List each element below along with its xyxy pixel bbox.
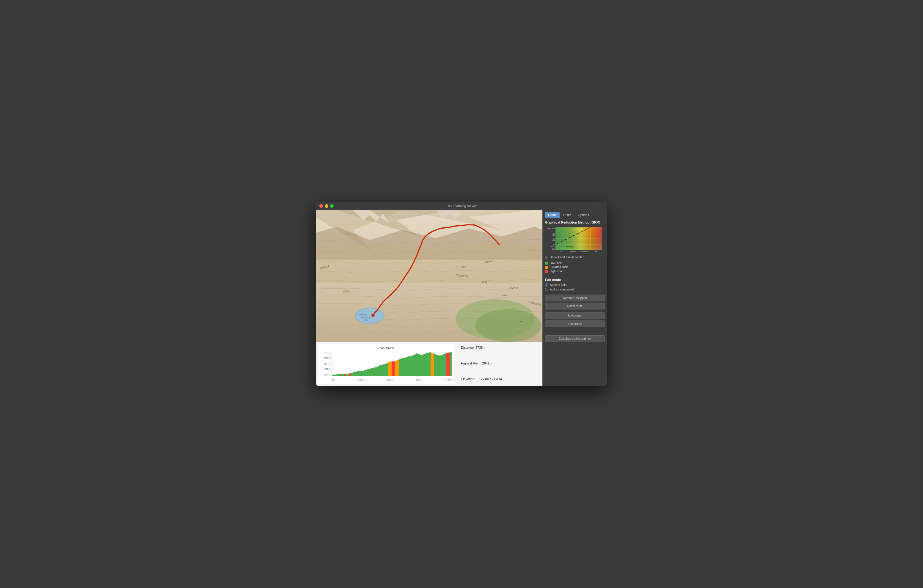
- svg-point-9: [475, 309, 541, 342]
- y-label: 2641.0: [320, 351, 331, 354]
- svg-point-12: [371, 313, 374, 317]
- btn-spacer-2: [545, 328, 605, 330]
- svg-text:High: High: [595, 251, 598, 252]
- y-label: 2379.0: [320, 357, 331, 360]
- save-route-button[interactable]: Save route: [545, 312, 605, 319]
- divider-2: [545, 332, 605, 332]
- svg-text:1780: 1780: [482, 281, 487, 283]
- svg-text:1812: 1812: [512, 307, 517, 310]
- radio-edit-label: Edit exisiting point: [550, 288, 574, 291]
- chart-title: Route Profile: [320, 347, 452, 350]
- edit-mode-section: Edit mode Append point Edit exisiting po…: [545, 278, 605, 291]
- show-grm-row[interactable]: Show GRM risk at pointer: [545, 256, 605, 259]
- grm-chart: Extrem. steep 40° Very steep 35° Steep 3…: [545, 226, 605, 256]
- calculate-button[interactable]: Calculate profile and risk: [545, 335, 605, 342]
- svg-rect-28: [556, 227, 602, 250]
- x-label: 0.0: [332, 379, 335, 381]
- stat-elevation: Elevation: + 1224m / - 176m: [461, 377, 538, 381]
- legend-low: Low Risk: [545, 261, 605, 264]
- radio-append-circle[interactable]: [545, 283, 549, 287]
- chart-inner: 2641.02379.02117.01855.01593.0 0.01684.5…: [320, 351, 452, 381]
- svg-text:Gärtschni: Gärtschni: [360, 316, 370, 319]
- svg-text:Low: Low: [560, 251, 563, 252]
- stats-area: Distance: 6738m Highest Point: 2641m Ele…: [456, 342, 542, 386]
- remove-last-button[interactable]: Remove last point: [545, 295, 605, 301]
- reset-route-button[interactable]: Reset route: [545, 302, 605, 309]
- topo-layer: Schöpf Chlit... Polscher Grüab. Fischel.…: [316, 210, 542, 342]
- radio-edit-circle[interactable]: [545, 288, 549, 291]
- radio-append-label: Append point: [550, 283, 567, 287]
- svg-text:Steep: Steep: [552, 240, 555, 241]
- minimize-button[interactable]: [325, 204, 328, 208]
- main-window: Trek Planning Viewer: [316, 202, 607, 386]
- legend-high: High Risk: [545, 269, 605, 273]
- radio-append[interactable]: Append point: [545, 283, 605, 287]
- elevated-risk-color: [545, 266, 548, 269]
- svg-text:1899: 1899: [364, 319, 368, 321]
- svg-text:Considerable: Considerable: [580, 251, 588, 252]
- svg-text:steep: steep: [552, 248, 555, 250]
- map-area[interactable]: Schöpf Chlit... Polscher Grüab. Fischel.…: [316, 210, 542, 342]
- x-label: 1684.5: [357, 379, 364, 381]
- tab-risks[interactable]: Risks: [560, 212, 574, 218]
- x-label: 3368.9: [387, 379, 393, 381]
- legend-elevated: Elevated Risk: [545, 266, 605, 269]
- main-content: Schöpf Chlit... Polscher Grüab. Fischel.…: [316, 210, 607, 386]
- chart-area: Route Profile 2641.02379.02117.01855.015…: [318, 344, 454, 384]
- grm-section: Graphical Reduction Method (GRM): [545, 220, 605, 273]
- stat-distance: Distance: 6738m: [461, 346, 538, 349]
- close-button[interactable]: [319, 204, 323, 208]
- show-grm-checkbox[interactable]: [545, 256, 549, 259]
- chart-y-labels: 2641.02379.02117.01855.01593.0: [320, 351, 331, 376]
- svg-text:1389: 1389: [518, 320, 523, 323]
- svg-text:avalanche terrain!: avalanche terrain!: [566, 247, 574, 248]
- y-label: 1593.0: [320, 373, 331, 376]
- svg-text:steep: steep: [552, 235, 555, 237]
- svg-text:Fischel...: Fischel...: [508, 287, 520, 290]
- tab-route[interactable]: Route: [545, 212, 560, 218]
- load-route-button[interactable]: Load route: [545, 320, 605, 327]
- svg-text:1909: 1909: [460, 266, 465, 268]
- title-bar: Trek Planning Viewer: [316, 202, 607, 210]
- low-risk-color: [545, 261, 548, 264]
- radio-edit[interactable]: Edit exisiting point: [545, 288, 605, 291]
- svg-text:Extrem. steep: Extrem. steep: [547, 228, 555, 229]
- bottom-panel: Route Profile 2641.02379.02117.01855.015…: [316, 342, 542, 386]
- stat-highest: Highest Point: 2641m: [461, 361, 538, 365]
- svg-text:30°: 30°: [553, 244, 555, 246]
- x-label: 5053.4: [416, 379, 422, 381]
- low-risk-label: Low Risk: [550, 261, 562, 264]
- chart-bar: [450, 352, 452, 376]
- left-panel: Schöpf Chlit... Polscher Grüab. Fischel.…: [316, 210, 542, 386]
- y-label: 1855.0: [320, 368, 331, 370]
- chart-plot: [332, 351, 452, 376]
- grm-title: Graphical Reduction Method (GRM): [545, 220, 605, 224]
- right-content: Graphical Reduction Method (GRM): [543, 218, 607, 386]
- right-panel: RouteRisksOptions Graphical Reduction Me…: [542, 210, 607, 386]
- traffic-lights: [319, 204, 333, 208]
- chart-x-labels: 0.01684.53368.95053.46737.9: [332, 379, 452, 381]
- svg-text:1763: 1763: [502, 294, 507, 297]
- high-risk-color: [545, 270, 548, 273]
- high-risk-label: High Risk: [550, 269, 562, 273]
- window-title: Trek Planning Viewer: [446, 204, 477, 208]
- chart-bars: [332, 351, 452, 376]
- svg-text:Terrain above 30° =: Terrain above 30° =: [566, 246, 575, 247]
- tab-options[interactable]: Options: [575, 212, 592, 218]
- elevated-risk-label: Elevated Risk: [550, 266, 568, 269]
- svg-text:Moderate: Moderate: [570, 251, 576, 252]
- edit-mode-title: Edit mode: [545, 278, 605, 281]
- y-label: 2117.0: [320, 362, 331, 365]
- x-label: 6737.9: [445, 379, 452, 381]
- show-grm-label: Show GRM risk at pointer: [550, 256, 584, 259]
- tab-bar: RouteRisksOptions: [543, 210, 607, 218]
- svg-text:Stausee: Stausee: [358, 313, 367, 316]
- maximize-button[interactable]: [330, 204, 333, 208]
